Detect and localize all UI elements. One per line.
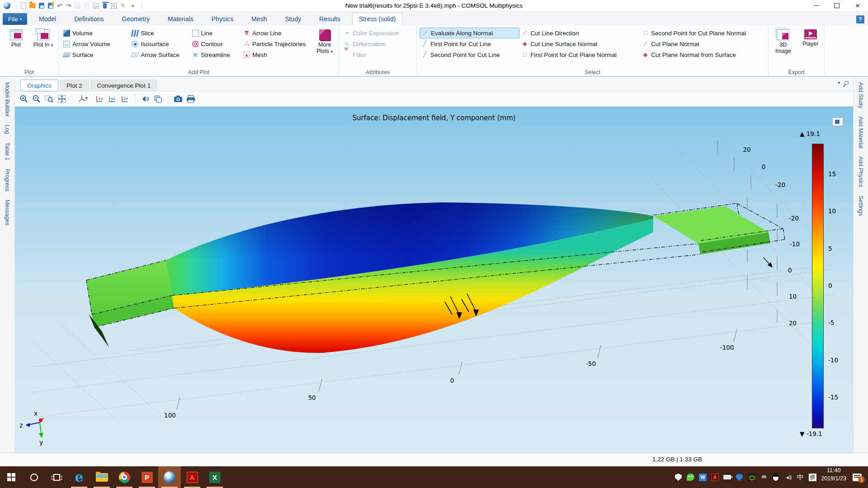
wifi-icon[interactable]: ))) [760,473,768,481]
security-shield-icon[interactable] [735,473,743,481]
task-view-button[interactable] [45,466,68,488]
taskbar-powerpoint[interactable]: P [136,466,158,488]
more-plots-button[interactable]: More Plots ▾ [312,28,337,68]
maximize-button[interactable] [826,0,847,11]
taskbar-excel[interactable]: X [203,466,226,488]
undo-icon[interactable]: ↶ [55,2,64,10]
add-arrow-surface-button[interactable]: →Arrow Surface [130,49,190,60]
taskbar-edge[interactable]: e [68,466,90,488]
cut-plane-normal-from-surface-button[interactable]: ◆Cut Plane Normal from Surface [640,49,766,60]
taskbar-acrobat[interactable]: A [181,466,203,488]
wechat-icon[interactable] [686,473,694,481]
go-to-default-view-icon[interactable] [77,94,92,104]
zoom-out-icon[interactable] [31,94,42,104]
add-isosurface-button[interactable]: Isosurface [130,38,190,49]
tab-physics[interactable]: Physics [205,13,240,25]
minimize-button[interactable] [806,0,826,11]
add-slice-button[interactable]: Slice [130,28,190,38]
action-center-icon[interactable]: 1 [853,474,862,481]
panel-tab-settings[interactable]: Settings [858,196,864,216]
defender-shield-icon[interactable] [674,473,682,481]
adobe-tray-icon[interactable]: A [711,473,719,481]
tab-geometry[interactable]: Geometry [116,13,156,25]
tab-definitions[interactable]: Definitions [68,13,110,25]
panel-tab-add-material[interactable]: Add Material [858,117,864,148]
file-menu-button[interactable]: File▾ [3,13,27,25]
add-contour-button[interactable]: Contour [190,38,241,49]
view-xy-icon[interactable]: xy [94,94,105,104]
nvidia-icon[interactable] [747,473,755,481]
pin-icon[interactable] [844,80,849,86]
first-point-for-cut-line-button[interactable]: ╱First Point for Cut Line [420,38,519,49]
redo-icon[interactable]: ↷ [64,2,73,10]
tab-convergence-plot-1[interactable]: Convergence Plot 1 [90,80,158,91]
save-as-icon[interactable] [48,3,53,9]
first-point-for-cut-plane-normal-button[interactable]: □First Point for Cut Plane Normal [519,49,640,60]
second-point-for-cut-plane-normal-button[interactable]: □Second Point for Cut Plane Normal [640,28,766,38]
word-tray-icon[interactable]: W [698,473,707,481]
add-volume-button[interactable]: Volume [61,28,130,38]
save-icon[interactable] [39,3,44,9]
scene-light-icon[interactable] [140,94,151,104]
cut-plane-normal-button[interactable]: ⟋Cut Plane Normal [640,38,766,49]
panel-tab-model-builder[interactable]: Model Builder [4,82,10,117]
filter-button[interactable]: Filter [342,49,401,60]
zoom-box-icon[interactable] [44,94,55,104]
add-streamline-button[interactable]: ≋Streamline [190,49,241,60]
panel-tab-progress[interactable]: Progress [4,169,10,192]
tab-plot-2[interactable]: Plot 2 [60,80,89,91]
zoom-extents-icon[interactable] [57,94,67,104]
deformation-button[interactable]: ∿Deformation [342,38,401,49]
close-button[interactable]: × [847,0,868,11]
image-snapshot-icon[interactable] [173,94,184,104]
view-zx-icon[interactable]: zx [119,94,130,104]
taskbar-comsol[interactable] [158,466,181,488]
tab-materials[interactable]: Materials [161,13,200,25]
player-button[interactable]: Player [799,28,823,68]
panel-tab-add-physics[interactable]: Add Physics [858,156,864,188]
add-mesh-button[interactable]: ▲Mesh [241,49,312,60]
help-button[interactable]: ? [856,15,864,23]
add-particle-trajectories-button[interactable]: ∴Particle Trajectories [241,38,312,49]
tab-stress-solid[interactable]: Stress (solid) [352,13,403,25]
add-line-button[interactable]: Line [190,28,241,38]
volume-tray-icon[interactable]: ◄)) [784,473,792,481]
evaluate-along-normal-button[interactable]: ⟋Evaluate Along Normal [420,28,519,38]
open-file-icon[interactable] [29,3,36,8]
panel-tab-table1[interactable]: Table 1 [4,142,10,160]
ime-pinyin-indicator[interactable]: 拼 [808,473,816,481]
tab-mesh[interactable]: Mesh [245,13,273,25]
tab-list-dropdown-icon[interactable]: ▾ [838,80,840,85]
tab-study[interactable]: Study [278,13,307,25]
add-surface-button[interactable]: Surface [61,49,130,60]
tab-results[interactable]: Results [313,13,347,25]
cut-line-surface-normal-button[interactable]: ◆Cut Line Surface Normal [519,38,640,49]
new-file-icon[interactable] [21,2,26,9]
duplicate-icon[interactable]: → [93,3,99,9]
cut-line-direction-button[interactable]: ⟋Cut Line Direction [519,28,640,38]
add-arrow-volume-button[interactable]: ↔Arrow Volume [61,38,130,49]
view-yz-icon[interactable]: yz [107,94,118,104]
search-button[interactable] [23,466,45,488]
panel-tab-log[interactable]: Log [4,125,10,134]
graphics-canvas[interactable]: 100 50 0 -50 -100 -20 -10 0 10 20 20 0 -… [15,107,853,453]
copy-icon[interactable] [75,2,80,8]
graphics-context-button[interactable] [832,117,843,126]
start-button[interactable] [0,466,23,488]
qq-icon[interactable] [772,473,780,481]
add-arrow-line-button[interactable]: ⇈Arrow Line [241,28,312,38]
zoom-in-icon[interactable] [19,94,29,104]
3d-image-button[interactable]: 3D Image [771,28,795,68]
taskbar-chrome[interactable] [113,466,136,488]
color-expression-button[interactable]: ●●Color Expression [342,28,401,38]
clear-brush-icon[interactable]: ✎ [118,2,127,10]
power-icon[interactable] [723,473,731,481]
paste-icon[interactable] [85,3,89,9]
transparency-icon[interactable] [152,94,163,104]
ime-language-indicator[interactable]: 中 [796,473,804,481]
tab-model[interactable]: Model [33,13,62,25]
panel-tab-messages[interactable]: Messages [4,200,10,225]
taskbar-clock[interactable]: 11:40 2019/1/23 [821,466,846,488]
panel-tab-add-study[interactable]: Add Study [858,82,864,108]
tab-graphics[interactable]: Graphics [20,80,58,91]
